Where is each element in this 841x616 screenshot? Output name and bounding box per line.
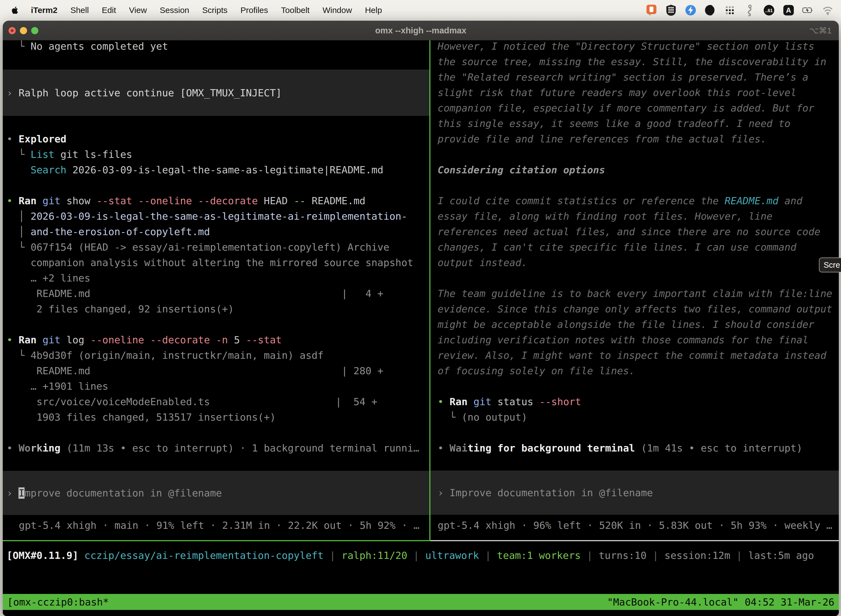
close-button[interactable] xyxy=(9,27,16,34)
tmux-session-label: [omx-cczip0:bash* xyxy=(7,596,109,608)
right-pane-bottom-border xyxy=(431,540,839,541)
terminal-segment: git xyxy=(37,195,60,207)
terminal-segment: Ran xyxy=(450,396,467,407)
apple-menu-icon[interactable] xyxy=(10,6,19,15)
menu-item-edit[interactable]: Edit xyxy=(102,6,116,15)
terminal-line: essay file, along with finding root file… xyxy=(438,209,839,224)
terminal-segment: • xyxy=(438,396,450,407)
percent-badge-icon[interactable]: ..61 xyxy=(763,4,775,16)
menu-item-session[interactable]: Session xyxy=(160,6,189,15)
bolt-badge-icon[interactable] xyxy=(684,4,697,16)
text-cursor: I xyxy=(19,487,25,499)
menu-item-window[interactable]: Window xyxy=(322,6,352,15)
terminal-segment: └ 067f154 (HEAD -> essay/ai-reimplementa… xyxy=(7,242,389,253)
terminal-segment: --short xyxy=(539,396,581,407)
minimize-button[interactable] xyxy=(20,27,27,34)
letter-a-badge-icon[interactable]: A xyxy=(782,4,795,16)
terminal-segment: However, I noticed the "Directory Struct… xyxy=(438,41,814,52)
left-model-statusline: gpt-5.4 xhigh · main · 91% left · 2.31M … xyxy=(3,518,429,533)
tmux-pane-right[interactable]: However, I noticed the "Directory Struct… xyxy=(431,40,839,540)
left-command-input[interactable]: › Improve documentation in @filename xyxy=(3,471,429,515)
terminal-segment: show xyxy=(60,195,96,207)
terminal-segment: and-the-erosion-of-copyleft.md xyxy=(31,226,210,238)
terminal-line: • Ran git show --stat --oneline --decora… xyxy=(7,193,429,209)
terminal-segment: • xyxy=(7,133,19,145)
ralph-loop-banner: › Ralph loop active continue [OMX_TMUX_I… xyxy=(3,70,429,116)
traffic-lights xyxy=(9,27,38,34)
crescent-badge-icon[interactable] xyxy=(704,4,716,16)
terminal-line: the "Related research writing" section i… xyxy=(438,70,839,85)
hook-icon[interactable] xyxy=(743,4,756,16)
terminal-line: … +1901 lines xyxy=(7,378,429,394)
window-titlebar[interactable]: omx --xhigh --madmax ⌥⌘1 xyxy=(3,21,839,40)
zoom-button[interactable] xyxy=(31,27,38,34)
wifi-icon[interactable] xyxy=(822,4,834,16)
ralph-loop-text: Ralph loop active continue [OMX_TMUX_INJ… xyxy=(19,87,282,98)
menu-item-scripts[interactable]: Scripts xyxy=(202,6,228,15)
terminal-segment: Wo xyxy=(19,442,30,454)
menu-item-shell[interactable]: Shell xyxy=(70,6,89,15)
terminal-segment: this single essay, it seems like a good … xyxy=(438,118,791,129)
terminal-segment: Explored xyxy=(19,133,66,145)
terminal-segment: might be acceptable alongside the file l… xyxy=(438,319,814,330)
menu-item-view[interactable]: View xyxy=(129,6,147,15)
terminal-line: companion file, especially if more comme… xyxy=(438,100,839,116)
terminal-segment: references need actual files, and since … xyxy=(438,226,820,238)
terminal-segment: provide file and line references from th… xyxy=(438,133,766,145)
menu-item-profiles[interactable]: Profiles xyxy=(240,6,268,15)
terminal-segment: README.md xyxy=(306,195,366,207)
terminal-segment: last:5m ago xyxy=(748,550,814,561)
terminal-line xyxy=(7,317,429,332)
terminal-segment: ralph:11/20 xyxy=(341,550,413,561)
terminal-line: including verification notes with those … xyxy=(438,332,839,348)
keypad-shield-icon[interactable] xyxy=(665,4,677,16)
terminal-segment: … +2 lines xyxy=(7,273,90,284)
battery-icon[interactable] xyxy=(802,4,814,16)
terminal-segment: HEAD xyxy=(258,195,294,207)
terminal-segment: | xyxy=(587,550,598,561)
chat-app-icon[interactable] xyxy=(645,4,658,16)
terminal-segment: I could cite commit statistics or refere… xyxy=(438,195,725,207)
terminal-line: references need actual files, and since … xyxy=(438,224,839,239)
terminal-segment: ultrawork xyxy=(425,550,485,561)
terminal-segment: README.md xyxy=(725,195,778,207)
terminal-line: The team guideline is to back every impo… xyxy=(438,286,839,301)
terminal-line: src/voice/voiceModeEnabled.ts | 54 + xyxy=(7,394,429,409)
terminal-segment: … +1901 lines xyxy=(7,381,108,392)
dots-grid-icon[interactable] xyxy=(724,4,736,16)
terminal-line: slight risk that future readers may over… xyxy=(438,85,839,100)
terminal-line xyxy=(7,54,429,70)
menu-item-iterm2[interactable]: iTerm2 xyxy=(31,6,57,15)
terminal-line: 2 files changed, 92 insertions(+) xyxy=(7,301,429,317)
terminal-line: • Working (11m 13s • esc to interrupt) ·… xyxy=(7,440,429,456)
terminal-segment: │ xyxy=(7,211,31,222)
terminal-area: └ No agents completed yet • Explored └ L… xyxy=(3,40,839,616)
terminal-line: └ (no output) xyxy=(438,409,839,425)
desktop: { "colors":{ "tmux_green":"#55b83c","tea… xyxy=(0,0,841,616)
menu-item-help[interactable]: Help xyxy=(365,6,382,15)
terminal-line: 1903 files changed, 513517 insertions(+) xyxy=(7,409,429,425)
terminal-segment: • xyxy=(7,195,19,207)
terminal-line: However, I noticed the "Directory Struct… xyxy=(438,40,839,54)
terminal-segment: the source tree, missing the essay. Stil… xyxy=(438,56,826,67)
terminal-line: this single essay, it seems like a good … xyxy=(438,116,839,131)
terminal-line: • Ran git log --oneline --decorate -n 5 … xyxy=(7,332,429,348)
terminal-line: companion analysis without altering the … xyxy=(7,255,429,270)
tmux-pane-left[interactable]: └ No agents completed yet • Explored └ L… xyxy=(3,40,429,540)
terminal-segment: and xyxy=(778,195,802,207)
terminal-line: • Explored xyxy=(7,131,429,147)
right-command-input[interactable]: › Improve documentation in @filename xyxy=(431,471,839,515)
terminal-segment: session:12m xyxy=(664,550,736,561)
terminal-line: • Waiting for background terminal (1m 41… xyxy=(438,440,839,456)
menu-item-toolbelt[interactable]: Toolbelt xyxy=(281,6,309,15)
terminal-segment: The team guideline is to back every impo… xyxy=(438,288,832,299)
terminal-line xyxy=(7,178,429,193)
terminal-segment: output instead. xyxy=(438,257,527,268)
terminal-segment: | xyxy=(652,550,664,561)
terminal-segment: README.md | 280 + xyxy=(7,365,383,377)
terminal-line: evidence. Since this change only affects… xyxy=(438,301,839,317)
terminal-line: └ 067f154 (HEAD -> essay/ai-reimplementa… xyxy=(7,239,429,255)
terminal-segment: git xyxy=(37,334,60,346)
window-title: omx --xhigh --madmax xyxy=(375,26,467,35)
terminal-segment: Search xyxy=(31,164,66,176)
